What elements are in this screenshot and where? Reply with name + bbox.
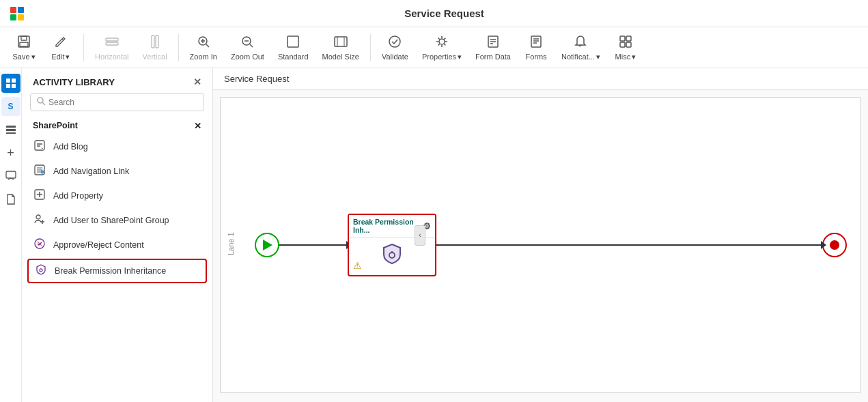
svg-rect-20 [12, 78, 16, 83]
add-blog-icon [33, 139, 46, 154]
top-bar: Service Request [0, 0, 868, 27]
form-data-button[interactable]: Form Data [470, 31, 516, 63]
sidebar-items: SharePoint ✕ Add Blog Add Navigation Lin… [22, 117, 212, 402]
sidebar-item-add-property[interactable]: Add Property [22, 184, 212, 208]
nav-add-icon[interactable]: + [1, 143, 20, 162]
horizontal-button[interactable]: Horizontal [89, 31, 135, 63]
svg-rect-19 [6, 78, 10, 83]
canvas-content[interactable]: Lane 1 Break Permission Inh... ⚙ [213, 90, 868, 400]
edit-dropdown-arrow: ▾ [66, 53, 70, 61]
zoom-in-button[interactable]: Zoom In [184, 31, 223, 63]
model-size-button[interactable]: Model Size [317, 31, 365, 63]
misc-button[interactable]: Misc ▾ [608, 31, 643, 64]
svg-point-34 [40, 269, 42, 272]
misc-dropdown-arrow: ▾ [632, 53, 636, 61]
nav-list-icon[interactable] [1, 120, 20, 139]
nav-chat-icon[interactable] [1, 167, 20, 186]
approve-reject-label: Approve/Reject Content [53, 240, 144, 250]
svg-rect-21 [6, 84, 10, 88]
save-button[interactable]: Save ▾ [7, 31, 41, 64]
vertical-button[interactable]: Vertical [137, 31, 173, 63]
svg-rect-6 [156, 35, 158, 48]
left-nav: S + [0, 68, 22, 402]
activity-warning-icon: ⚠ [353, 260, 362, 271]
edit-icon [53, 34, 68, 51]
add-property-label: Add Property [53, 191, 103, 201]
validate-button[interactable]: Validate [376, 31, 414, 63]
forms-label: Forms [525, 53, 546, 61]
zoom-out-button[interactable]: Zoom Out [225, 31, 270, 63]
svg-point-32 [36, 215, 40, 219]
misc-icon [618, 34, 633, 51]
start-node[interactable] [255, 233, 279, 257]
save-label: Save [12, 53, 29, 61]
app-logo [7, 3, 27, 24]
forms-button[interactable]: Forms [519, 31, 553, 63]
add-blog-label: Add Blog [53, 142, 88, 152]
add-property-icon [33, 188, 46, 203]
section-close-button[interactable]: ✕ [194, 121, 201, 131]
svg-rect-17 [620, 42, 625, 47]
nav-sharepoint-icon[interactable]: S [1, 97, 20, 116]
save-dropdown-arrow: ▾ [31, 53, 36, 61]
search-input[interactable] [48, 98, 198, 107]
vertical-icon [148, 34, 163, 51]
canvas-area: Service Request Lane 1 Break Permission … [213, 68, 868, 402]
notifications-button[interactable]: Notificat... ▾ [556, 31, 606, 64]
approve-reject-icon [33, 238, 46, 253]
svg-rect-16 [626, 36, 631, 41]
arrow-line-2 [436, 244, 822, 246]
end-node-inner [830, 240, 839, 250]
sidebar-close-button[interactable]: ✕ [193, 76, 201, 87]
model-size-label: Model Size [322, 53, 359, 61]
zoom-in-icon [196, 34, 211, 51]
nav-file-icon[interactable] [1, 190, 20, 209]
toolbar-divider-2 [178, 34, 179, 61]
form-data-icon [486, 34, 501, 51]
properties-button[interactable]: Properties ▾ [417, 31, 467, 64]
standard-icon [285, 34, 300, 51]
toolbar-divider-3 [370, 34, 371, 61]
edit-button[interactable]: Edit ▾ [44, 31, 78, 64]
notifications-icon [573, 34, 588, 51]
arrow-line-1 [279, 244, 348, 246]
sidebar-item-add-nav-link[interactable]: Add Navigation Link [22, 159, 212, 184]
toolbar-divider-1 [83, 34, 84, 61]
svg-point-11 [389, 36, 400, 47]
add-user-label: Add User to SharePoint Group [53, 216, 169, 225]
model-size-icon [333, 34, 348, 51]
properties-dropdown-arrow: ▾ [458, 53, 462, 61]
notifications-label: Notificat... [561, 53, 595, 61]
break-permission-label: Break Permission Inheritance [55, 266, 166, 276]
activity-shield-icon [380, 242, 404, 271]
svg-rect-23 [6, 126, 16, 128]
forms-icon [529, 34, 544, 51]
nav-home-icon[interactable] [1, 74, 20, 93]
properties-icon [434, 34, 449, 51]
sidebar-header: ACTIVITY LIBRARY ✕ [22, 68, 212, 93]
validate-label: Validate [382, 53, 408, 61]
svg-rect-25 [6, 132, 16, 134]
activity-library-title: ACTIVITY LIBRARY [33, 77, 115, 87]
add-nav-link-label: Add Navigation Link [53, 167, 129, 176]
search-box[interactable] [30, 93, 204, 111]
sidebar-collapse-button[interactable]: ‹ [415, 225, 425, 246]
svg-rect-26 [6, 171, 16, 178]
horizontal-icon [104, 34, 120, 51]
sharepoint-section-title: SharePoint ✕ [22, 117, 212, 134]
activity-node-title: Break Permission Inh... [353, 218, 423, 234]
vertical-label: Vertical [143, 53, 167, 61]
sidebar-item-break-permission[interactable]: Break Permission Inheritance [27, 259, 207, 283]
toolbar: Save ▾ Edit ▾ Horizontal Vertical Zoom [0, 27, 868, 68]
sidebar-item-approve-reject[interactable]: Approve/Reject Content [22, 233, 212, 257]
edit-label: Edit [52, 53, 65, 61]
sidebar-item-add-user[interactable]: Add User to SharePoint Group [22, 208, 212, 233]
standard-button[interactable]: Standard [272, 31, 314, 63]
svg-rect-1 [21, 36, 27, 40]
svg-rect-15 [620, 36, 625, 41]
save-icon [16, 34, 31, 51]
svg-rect-18 [626, 42, 631, 47]
page-title: Service Request [27, 8, 861, 19]
zoom-in-label: Zoom In [190, 53, 217, 61]
sidebar-item-add-blog[interactable]: Add Blog [22, 134, 212, 159]
